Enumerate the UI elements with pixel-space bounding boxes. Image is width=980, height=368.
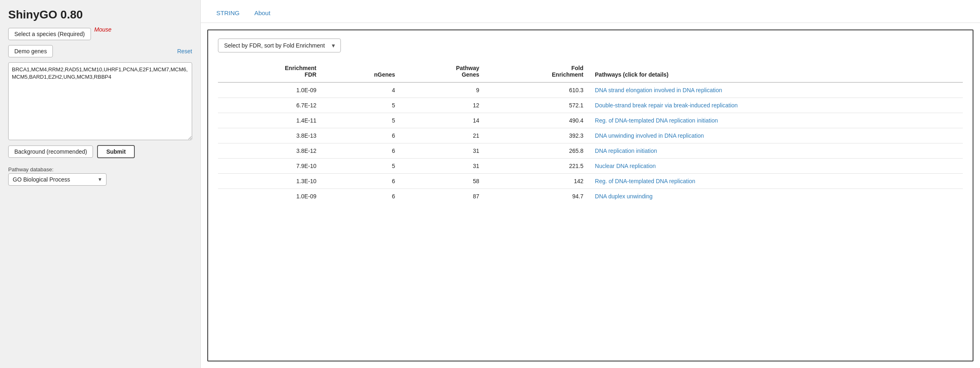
table-row: 3.8E-12 6 31 265.8 DNA replication initi… [218, 143, 963, 159]
table-row: 7.9E-10 5 31 221.5 Nuclear DNA replicati… [218, 159, 963, 174]
col-header-pathways: Pathways (click for details) [589, 61, 963, 82]
cell-fdr: 7.9E-10 [218, 159, 322, 174]
table-row: 3.8E-13 6 21 392.3 DNA unwinding involve… [218, 128, 963, 143]
cell-pathway-genes: 9 [401, 82, 485, 98]
cell-pathway-genes: 58 [401, 174, 485, 189]
cell-fdr: 1.4E-11 [218, 113, 322, 128]
background-button[interactable]: Background (recommended) [8, 145, 93, 158]
col-header-fdr: EnrichmentFDR [218, 61, 322, 82]
table-header-row: EnrichmentFDR nGenes PathwayGenes FoldEn… [218, 61, 963, 82]
left-panel: ShinyGO 0.80 Select a species (Required)… [0, 0, 201, 368]
cell-fold: 610.3 [485, 82, 589, 98]
cell-fdr: 3.8E-13 [218, 128, 322, 143]
submit-button[interactable]: Submit [97, 145, 134, 158]
cell-pathway: Reg. of DNA-templated DNA replication [589, 174, 963, 189]
pathway-link[interactable]: Nuclear DNA replication [595, 163, 656, 169]
table-row: 1.0E-09 6 87 94.7 DNA duplex unwinding [218, 189, 963, 204]
pathway-link[interactable]: DNA duplex unwinding [595, 193, 653, 200]
cell-ngenes: 4 [322, 82, 401, 98]
pathway-db-section: Pathway database: GO Biological Process … [8, 166, 192, 186]
cell-fold: 265.8 [485, 143, 589, 159]
cell-fold: 94.7 [485, 189, 589, 204]
cell-fdr: 6.7E-12 [218, 98, 322, 113]
reset-button[interactable]: Reset [177, 48, 192, 55]
cell-fold: 572.1 [485, 98, 589, 113]
cell-ngenes: 5 [322, 113, 401, 128]
tabs-bar: STRING About [201, 0, 980, 23]
cell-pathway-genes: 31 [401, 159, 485, 174]
pathway-link[interactable]: DNA replication initiation [595, 148, 657, 154]
cell-pathway-genes: 31 [401, 143, 485, 159]
cell-fdr: 1.3E-10 [218, 174, 322, 189]
cell-pathway-genes: 14 [401, 113, 485, 128]
demo-reset-row: Demo genes Reset [8, 45, 192, 57]
gene-input[interactable] [8, 62, 192, 140]
cell-ngenes: 5 [322, 98, 401, 113]
cell-pathway: DNA strand elongation involved in DNA re… [589, 82, 963, 98]
pathway-link[interactable]: DNA unwinding involved in DNA replicatio… [595, 132, 704, 139]
cell-pathway: Nuclear DNA replication [589, 159, 963, 174]
cell-pathway-genes: 87 [401, 189, 485, 204]
right-panel: STRING About Select by FDR, sort by Fold… [201, 0, 980, 368]
cell-fdr: 1.0E-09 [218, 189, 322, 204]
table-row: 1.3E-10 6 58 142 Reg. of DNA-templated D… [218, 174, 963, 189]
table-row: 6.7E-12 5 12 572.1 Double-strand break r… [218, 98, 963, 113]
pathway-select-wrap: GO Biological Process GO Molecular Funct… [8, 173, 107, 186]
cell-pathway: DNA duplex unwinding [589, 189, 963, 204]
cell-pathway: Reg. of DNA-templated DNA replication in… [589, 113, 963, 128]
cell-fdr: 1.0E-09 [218, 82, 322, 98]
cell-pathway-genes: 21 [401, 128, 485, 143]
tab-about[interactable]: About [247, 4, 278, 23]
species-button[interactable]: Select a species (Required) [8, 28, 91, 40]
enrichment-table: EnrichmentFDR nGenes PathwayGenes FoldEn… [218, 61, 963, 204]
table-row: 1.0E-09 4 9 610.3 DNA strand elongation … [218, 82, 963, 98]
species-selected-label: Mouse [94, 26, 111, 33]
cell-ngenes: 6 [322, 189, 401, 204]
pathway-link[interactable]: Reg. of DNA-templated DNA replication [595, 178, 695, 184]
pathway-db-select[interactable]: GO Biological Process GO Molecular Funct… [8, 173, 107, 186]
col-header-pathway-genes: PathwayGenes [401, 61, 485, 82]
cell-pathway: DNA unwinding involved in DNA replicatio… [589, 128, 963, 143]
pathway-link[interactable]: DNA strand elongation involved in DNA re… [595, 87, 722, 93]
cell-ngenes: 6 [322, 174, 401, 189]
table-row: 1.4E-11 5 14 490.4 Reg. of DNA-templated… [218, 113, 963, 128]
cell-fdr: 3.8E-12 [218, 143, 322, 159]
cell-ngenes: 5 [322, 159, 401, 174]
sort-select[interactable]: Select by FDR, sort by Fold Enrichment S… [218, 39, 341, 52]
cell-pathway-genes: 12 [401, 98, 485, 113]
pathway-link[interactable]: Double-strand break repair via break-ind… [595, 102, 738, 109]
species-row: Select a species (Required) Mouse [8, 28, 192, 40]
demo-genes-button[interactable]: Demo genes [8, 45, 53, 57]
cell-fold: 221.5 [485, 159, 589, 174]
app-title: ShinyGO 0.80 [8, 8, 192, 21]
pathway-link[interactable]: Reg. of DNA-templated DNA replication in… [595, 117, 718, 124]
cell-pathway: Double-strand break repair via break-ind… [589, 98, 963, 113]
cell-ngenes: 6 [322, 128, 401, 143]
col-header-fold-enrichment: FoldEnrichment [485, 61, 589, 82]
cell-fold: 490.4 [485, 113, 589, 128]
cell-fold: 392.3 [485, 128, 589, 143]
pathway-db-label: Pathway database: [8, 166, 192, 173]
col-header-ngenes: nGenes [322, 61, 401, 82]
main-content: Select by FDR, sort by Fold Enrichment S… [207, 30, 973, 361]
cell-ngenes: 6 [322, 143, 401, 159]
submit-row: Background (recommended) Submit [8, 145, 192, 158]
sort-dropdown-wrap: Select by FDR, sort by Fold Enrichment S… [218, 39, 341, 52]
cell-fold: 142 [485, 174, 589, 189]
tab-string[interactable]: STRING [209, 4, 247, 23]
cell-pathway: DNA replication initiation [589, 143, 963, 159]
